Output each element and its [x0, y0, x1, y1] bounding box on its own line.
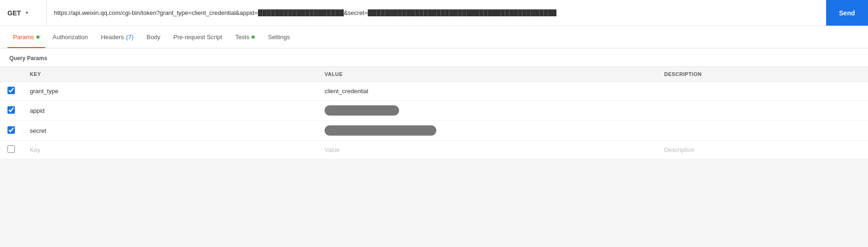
tab-body[interactable]: Body	[141, 26, 166, 48]
row-1-value[interactable]: client_credential	[317, 82, 657, 101]
row-placeholder-description[interactable]: Description	[657, 141, 868, 159]
row-1-check-cell	[0, 82, 22, 101]
col-header-key: KEY	[22, 67, 317, 82]
row-placeholder-check-cell	[0, 141, 22, 159]
params-table: KEY VALUE DESCRIPTION grant_type client_…	[0, 66, 868, 159]
section-title: Query Params	[0, 48, 868, 66]
row-3-description[interactable]	[657, 121, 868, 141]
row-2-check-cell	[0, 101, 22, 121]
tab-settings-label: Settings	[268, 34, 290, 41]
row-placeholder-value[interactable]: Value	[317, 141, 657, 159]
params-dot	[36, 35, 40, 39]
tab-authorization-label: Authorization	[53, 34, 88, 41]
content-area: Query Params KEY VALUE DESCRIPTION grant…	[0, 48, 868, 159]
tab-tests-label: Tests	[235, 34, 249, 41]
row-1-description[interactable]	[657, 82, 868, 101]
row-2-description[interactable]	[657, 101, 868, 121]
row-3-checkbox[interactable]	[7, 126, 15, 134]
table-row-placeholder: Key Value Description	[0, 141, 868, 159]
tab-prerequest-label: Pre-request Script	[173, 34, 222, 41]
tab-authorization[interactable]: Authorization	[47, 26, 94, 48]
tab-settings[interactable]: Settings	[262, 26, 295, 48]
row-3-value[interactable]	[317, 121, 657, 141]
headers-badge: (7)	[126, 34, 134, 41]
tab-prerequest[interactable]: Pre-request Script	[168, 26, 228, 48]
appid-redacted	[325, 105, 399, 116]
tests-dot	[251, 35, 255, 39]
table-row: grant_type client_credential	[0, 82, 868, 101]
tab-headers[interactable]: Headers (7)	[95, 26, 139, 48]
url-bar: GET ▼ Send	[0, 0, 868, 26]
tabs-bar: Params Authorization Headers (7) Body Pr…	[0, 26, 868, 48]
send-button[interactable]: Send	[826, 0, 868, 26]
secret-redacted	[325, 125, 436, 136]
method-chevron-icon: ▼	[25, 10, 29, 15]
col-header-check	[0, 67, 22, 82]
url-input[interactable]	[47, 0, 826, 26]
method-label: GET	[7, 9, 21, 17]
method-selector[interactable]: GET ▼	[0, 0, 47, 26]
tab-headers-label: Headers	[101, 34, 124, 41]
tab-params-label: Params	[13, 34, 34, 41]
row-2-checkbox[interactable]	[7, 106, 15, 114]
table-row: secret	[0, 121, 868, 141]
row-3-check-cell	[0, 121, 22, 141]
row-3-key[interactable]: secret	[22, 121, 317, 141]
row-1-checkbox[interactable]	[7, 87, 15, 94]
tab-body-label: Body	[147, 34, 161, 41]
table-row: appid	[0, 101, 868, 121]
tab-params[interactable]: Params	[7, 26, 45, 48]
row-placeholder-checkbox[interactable]	[7, 145, 15, 153]
col-header-description: DESCRIPTION	[657, 67, 868, 82]
tab-tests[interactable]: Tests	[230, 26, 260, 48]
row-2-value[interactable]	[317, 101, 657, 121]
row-placeholder-key[interactable]: Key	[22, 141, 317, 159]
col-header-value: VALUE	[317, 67, 657, 82]
row-2-key[interactable]: appid	[22, 101, 317, 121]
row-1-key[interactable]: grant_type	[22, 82, 317, 101]
